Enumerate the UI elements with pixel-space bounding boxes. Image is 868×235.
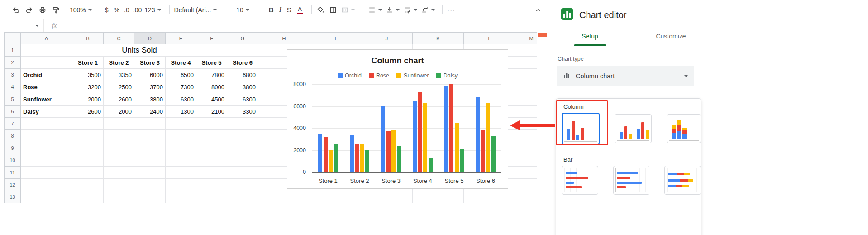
chart-type-dropdown[interactable]: Column chart (557, 66, 694, 86)
cell-value[interactable]: 3300 (227, 106, 258, 118)
cell-store-header[interactable]: Store 6 (227, 57, 258, 69)
embedded-chart[interactable]: Column chart OrchidRoseSunflowerDaisy 02… (287, 49, 508, 189)
merge-cells-dropdown[interactable] (341, 6, 355, 14)
row-header-8[interactable]: 8 (5, 130, 21, 142)
cell[interactable] (227, 167, 258, 179)
cell[interactable] (21, 191, 72, 203)
borders-button[interactable] (329, 6, 337, 14)
formula-input[interactable] (63, 19, 549, 32)
column-header-E[interactable]: E (166, 33, 196, 44)
cell-value[interactable]: 2600 (72, 106, 104, 118)
cell-value[interactable]: 2100 (196, 106, 227, 118)
tab-customize[interactable]: Customize (630, 28, 711, 46)
chart-type-thumb-bar-grouped[interactable] (613, 166, 650, 195)
column-header-B[interactable]: B (72, 33, 104, 44)
cell[interactable] (134, 154, 166, 167)
cell-value[interactable]: 3200 (72, 81, 104, 93)
row-header-12[interactable]: 12 (5, 179, 21, 191)
cell-value[interactable]: 7800 (196, 69, 227, 81)
cell[interactable] (227, 154, 258, 167)
more-toolbar-button[interactable]: ⋯ (447, 5, 456, 15)
cell[interactable] (196, 142, 227, 154)
column-header-L[interactable]: L (464, 33, 515, 44)
zoom-dropdown[interactable]: 100% (70, 6, 92, 14)
strikethrough-button[interactable]: S (287, 6, 291, 14)
cell-value[interactable]: 6800 (227, 69, 258, 81)
fill-color-button[interactable] (316, 6, 324, 14)
column-header-F[interactable]: F (196, 33, 227, 44)
cell[interactable] (227, 118, 258, 130)
cell[interactable] (104, 167, 134, 179)
cell-store-header[interactable]: Store 5 (196, 57, 227, 69)
grid-corner[interactable] (5, 33, 21, 44)
row-header-10[interactable]: 10 (5, 154, 21, 167)
more-formats-dropdown[interactable]: 123 (144, 6, 161, 14)
row-header-6[interactable]: 6 (5, 106, 21, 118)
cell[interactable] (134, 191, 166, 203)
cell[interactable] (72, 142, 104, 154)
column-header-H[interactable]: H (258, 33, 310, 44)
cell-store-header[interactable]: Store 3 (134, 57, 166, 69)
cell[interactable] (166, 130, 196, 142)
cell[interactable] (104, 179, 134, 191)
cell[interactable] (227, 130, 258, 142)
cell-value[interactable]: 6300 (227, 93, 258, 106)
cell[interactable] (72, 167, 104, 179)
cell-value[interactable]: 2500 (104, 81, 134, 93)
font-size-dropdown[interactable]: 10 (230, 6, 256, 14)
text-wrap-dropdown[interactable] (403, 6, 417, 14)
row-header-4[interactable]: 4 (5, 81, 21, 93)
name-box[interactable] (0, 19, 44, 32)
format-currency-button[interactable]: $ (105, 6, 109, 14)
bold-button[interactable]: B (269, 6, 274, 14)
paint-format-button[interactable] (52, 6, 60, 14)
cell[interactable] (72, 130, 104, 142)
cell-value[interactable]: 6300 (166, 93, 196, 106)
cell-flower-label[interactable]: Orchid (21, 69, 72, 81)
vertical-scrollbar[interactable] (537, 32, 548, 203)
cell[interactable] (134, 167, 166, 179)
cell[interactable] (134, 130, 166, 142)
cell[interactable] (196, 179, 227, 191)
cell[interactable] (21, 154, 72, 167)
cell-value[interactable]: 3700 (134, 81, 166, 93)
cell[interactable] (227, 179, 258, 191)
undo-button[interactable] (12, 6, 20, 14)
chart-type-thumb-column-stacked[interactable] (667, 114, 701, 143)
cell[interactable] (166, 167, 196, 179)
cell[interactable] (21, 57, 72, 69)
row-header-11[interactable]: 11 (5, 167, 21, 179)
cell-value[interactable]: 2000 (72, 93, 104, 106)
text-rotation-dropdown[interactable] (421, 6, 435, 14)
cell-value[interactable]: 4500 (196, 93, 227, 106)
cell[interactable] (104, 130, 134, 142)
chart-type-thumb-bar[interactable] (562, 166, 598, 195)
column-header-J[interactable]: J (361, 33, 413, 44)
column-header-K[interactable]: K (413, 33, 464, 44)
print-button[interactable] (38, 6, 47, 14)
decrease-decimal-button[interactable]: .0 (124, 6, 129, 14)
cell-value[interactable]: 7300 (166, 81, 196, 93)
cell[interactable] (196, 130, 227, 142)
cell-flower-label[interactable]: Rose (21, 81, 72, 93)
cell[interactable] (464, 191, 515, 203)
font-dropdown[interactable]: Default (Ari... (174, 6, 217, 14)
row-header-1[interactable]: 1 (5, 44, 21, 57)
cell[interactable] (104, 154, 134, 167)
row-header-5[interactable]: 5 (5, 93, 21, 106)
cell-store-header[interactable]: Store 1 (72, 57, 104, 69)
row-header-13[interactable]: 13 (5, 191, 21, 203)
cell[interactable] (134, 179, 166, 191)
cell[interactable] (104, 118, 134, 130)
cell[interactable] (196, 118, 227, 130)
cell[interactable] (104, 191, 134, 203)
cell[interactable] (227, 142, 258, 154)
italic-button[interactable]: I (279, 6, 281, 14)
cell[interactable] (21, 142, 72, 154)
chart-type-thumb-bar-stacked[interactable] (664, 166, 701, 195)
cell[interactable] (72, 118, 104, 130)
cell[interactable] (196, 191, 227, 203)
cell-value[interactable]: 3500 (72, 69, 104, 81)
cell[interactable] (21, 167, 72, 179)
vertical-align-dropdown[interactable] (386, 6, 400, 14)
